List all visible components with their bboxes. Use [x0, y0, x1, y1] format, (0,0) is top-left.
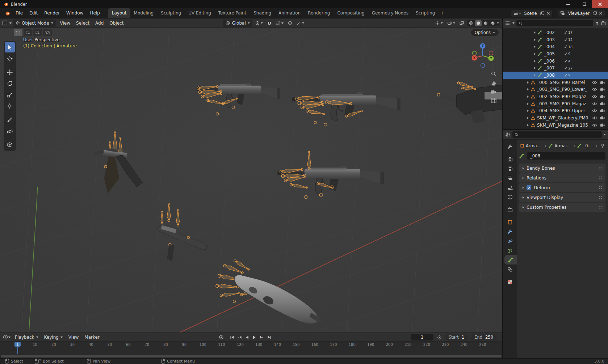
playhead-frame-label[interactable]: 1 [14, 342, 21, 347]
tab-world[interactable] [503, 192, 517, 202]
tab-scene[interactable] [503, 183, 517, 192]
frame-start-field[interactable]: Start 1 [445, 334, 467, 340]
tab-physics[interactable] [503, 236, 517, 246]
expand-arrow-icon[interactable] [534, 67, 536, 69]
scene-name[interactable]: Scene [523, 11, 538, 16]
timeline-menu[interactable]: Keying [41, 335, 66, 340]
outliner-row[interactable]: _007 27 [503, 64, 608, 72]
disable-render-icon[interactable] [600, 95, 605, 98]
timeline-menu[interactable]: Marker [81, 335, 102, 340]
drag-dots-icon[interactable] [599, 176, 602, 180]
expand-arrow-icon[interactable] [534, 39, 536, 41]
outliner-search-input[interactable] [516, 20, 593, 26]
properties-panel-header[interactable]: Custom Properties [519, 203, 605, 212]
outliner-row[interactable]: _002_SMG_P90_Magaz [503, 93, 608, 100]
select-mode-extend-button[interactable] [24, 29, 32, 36]
menubar-item[interactable]: Edit [26, 9, 41, 17]
hide-eye-icon[interactable] [592, 109, 597, 113]
scene-browse-icon[interactable] [513, 11, 521, 16]
workspace-tab[interactable]: Rendering [304, 8, 334, 18]
navigation-gizmo[interactable]: X Y Z [468, 41, 497, 70]
timeline-menu[interactable]: Playback [12, 335, 41, 340]
close-button[interactable] [592, 0, 608, 8]
play-reverse-button[interactable] [244, 335, 250, 340]
show-gizmo-dropdown[interactable] [434, 20, 444, 27]
editor-type-dropdown-icon[interactable] [9, 22, 12, 24]
mode-selector[interactable]: Object Mode [13, 20, 56, 27]
workspace-tab[interactable]: UV Editing [185, 8, 215, 18]
select-mode-set-button[interactable] [14, 29, 22, 36]
menubar-item[interactable]: Window [63, 9, 87, 17]
maximize-button[interactable] [576, 0, 592, 8]
expand-arrow-icon[interactable] [527, 81, 529, 84]
snap-settings-dropdown[interactable] [274, 20, 285, 27]
blender-menu-logo-icon[interactable] [4, 10, 10, 16]
drag-dots-icon[interactable] [599, 186, 602, 190]
viewport-menu[interactable]: Select [73, 21, 92, 26]
menubar-item[interactable]: File [12, 9, 26, 17]
zoom-icon[interactable] [491, 71, 496, 77]
outliner-row[interactable]: _005 9 [503, 50, 608, 58]
view-layer-name[interactable]: ViewLayer [567, 11, 591, 16]
play-button[interactable] [252, 335, 257, 340]
disable-render-icon[interactable] [600, 116, 605, 120]
workspace-tab[interactable]: Sculpting [157, 8, 185, 18]
expand-arrow-icon[interactable] [534, 31, 536, 34]
rotate-tool-button[interactable] [5, 78, 15, 89]
workspace-tab[interactable]: Compositing [334, 8, 368, 18]
tab-tool[interactable] [503, 142, 517, 151]
jump-to-end-button[interactable] [267, 335, 272, 339]
timeline-ruler[interactable]: 1020304050607080901001101201301401501601… [0, 342, 502, 358]
new-view-layer-icon[interactable] [593, 11, 597, 16]
proportional-falloff-dropdown[interactable] [295, 20, 306, 27]
properties-panel-header[interactable]: Deform [519, 183, 605, 192]
outliner-row[interactable]: _001_SMG_P90_Lower_ [503, 86, 608, 93]
disable-render-icon[interactable] [600, 123, 605, 127]
cursor-tool-button[interactable] [5, 53, 15, 64]
timeline-editor-icon[interactable] [3, 335, 8, 340]
add-cube-tool-button[interactable] [5, 139, 15, 150]
hide-eye-icon[interactable] [592, 123, 597, 127]
disable-render-icon[interactable] [600, 81, 605, 84]
new-scene-icon[interactable] [540, 11, 545, 16]
new-collection-icon[interactable] [601, 21, 606, 25]
tab-object-data[interactable] [504, 255, 517, 264]
viewport-menu[interactable]: Add [92, 21, 106, 26]
transform-orientation-selector[interactable]: Global [223, 20, 252, 27]
tab-collection[interactable] [503, 205, 517, 214]
remove-view-layer-icon[interactable] [599, 12, 603, 15]
options-dropdown[interactable]: Options [471, 29, 499, 36]
breadcrumb-bone[interactable]: _0... [577, 143, 600, 148]
tab-modifier[interactable] [503, 227, 517, 236]
move-tool-button[interactable] [5, 67, 15, 77]
expand-arrow-icon[interactable] [534, 60, 536, 62]
expand-arrow-icon[interactable] [534, 53, 536, 55]
breadcrumb-object[interactable]: Arma... [520, 143, 549, 148]
pan-hand-icon[interactable] [491, 80, 496, 86]
expand-arrow-icon[interactable] [527, 117, 529, 119]
tab-object[interactable] [503, 217, 517, 227]
tab-view-layer[interactable] [503, 173, 517, 183]
camera-view-icon[interactable] [491, 90, 496, 94]
hide-eye-icon[interactable] [592, 102, 597, 106]
viewport-menu[interactable]: Object [106, 21, 126, 26]
pivot-point-selector[interactable] [254, 20, 264, 27]
drag-dots-icon[interactable] [599, 195, 602, 200]
shading-dropdown-icon[interactable] [497, 22, 499, 24]
rendered-shading-button[interactable] [490, 20, 496, 26]
select-mode-subtract-button[interactable] [33, 29, 42, 36]
drag-dots-icon[interactable] [599, 166, 602, 170]
scene-selector[interactable]: Scene [511, 10, 553, 17]
viewport-menu[interactable]: View [57, 21, 73, 26]
tab-constraint[interactable] [503, 264, 517, 274]
next-keyframe-button[interactable] [259, 335, 265, 339]
minimize-button[interactable] [560, 0, 576, 8]
wireframe-shading-button[interactable] [468, 20, 474, 26]
outliner-row[interactable]: _003_SMG_P90_Magaz [503, 100, 608, 107]
workspace-tab[interactable]: Layout [108, 8, 130, 18]
workspace-tab[interactable]: Modeling [130, 8, 158, 18]
disable-render-icon[interactable] [600, 109, 605, 113]
workspace-tab[interactable]: Texture Paint [215, 8, 250, 18]
tab-particles[interactable] [503, 246, 517, 255]
workspace-tab[interactable]: Animation [275, 8, 304, 18]
